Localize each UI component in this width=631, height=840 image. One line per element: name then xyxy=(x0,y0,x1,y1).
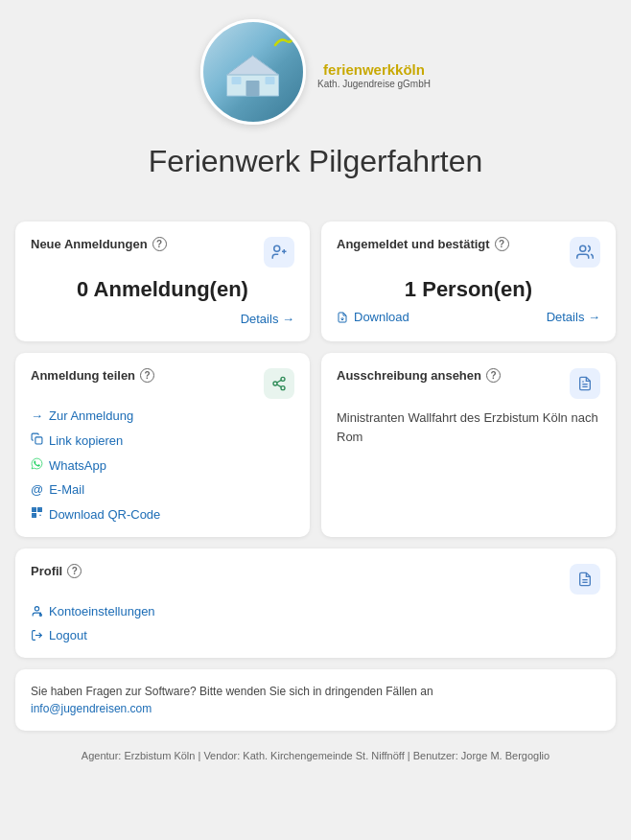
anmeldung-teilen-title: Anmeldung teilen ? xyxy=(31,368,154,383)
download-qr-link[interactable]: Download QR-Code xyxy=(31,506,294,522)
anmeldung-teilen-icon xyxy=(264,368,294,399)
ausschreibung-icon xyxy=(570,368,600,399)
ausschreibung-card: Ausschreibung ansehen ? Ministranten Wal… xyxy=(321,353,616,537)
footer-info-box: Sie haben Fragen zur Software? Bitte wen… xyxy=(15,669,616,731)
whatsapp-link[interactable]: WhatsApp xyxy=(31,457,294,473)
ausschreibung-title: Ausschreibung ansehen ? xyxy=(337,368,501,383)
svg-rect-3 xyxy=(232,77,242,84)
profil-help-icon[interactable]: ? xyxy=(67,564,82,578)
angemeldet-title: Angemeldet und bestätigt ? xyxy=(337,237,509,251)
svg-rect-19 xyxy=(34,509,35,511)
neue-anmeldungen-icon xyxy=(264,237,294,268)
profil-title: Profil ? xyxy=(31,564,82,578)
neue-anmeldungen-stat: 0 Anmeldung(en) xyxy=(31,277,294,302)
page-title: Ferienwerk Pilgerfahrten xyxy=(149,144,483,179)
ausschreibung-header: Ausschreibung ansehen ? xyxy=(337,368,600,399)
bottom-cards-grid: Anmeldung teilen ? → Zur Anmeldung xyxy=(15,353,616,537)
bottom-bar: Agentur: Erzbistum Köln | Vendor: Kath. … xyxy=(15,742,616,771)
angemeldet-stat: 1 Person(en) xyxy=(337,277,600,302)
bottom-bar-text: Agentur: Erzbistum Köln | Vendor: Kath. … xyxy=(82,750,549,761)
svg-point-11 xyxy=(273,382,277,385)
profil-icon xyxy=(570,564,600,595)
neue-anmeldungen-header: Neue Anmeldungen ? xyxy=(31,237,294,268)
neue-anmeldungen-card: Neue Anmeldungen ? 0 Anmeldung(en) Detai… xyxy=(15,222,310,341)
profil-card: Profil ? Kontoeinstellungen xyxy=(15,548,616,658)
anmeldung-teilen-help-icon[interactable]: ? xyxy=(140,368,154,383)
brand-text: ferienwerkköln Kath. Jugendreise gGmbH xyxy=(317,61,431,90)
anmeldung-teilen-card: Anmeldung teilen ? → Zur Anmeldung xyxy=(15,353,310,537)
footer-text: Sie haben Fragen zur Software? Bitte wen… xyxy=(31,683,600,717)
anmeldung-teilen-header: Anmeldung teilen ? xyxy=(31,368,294,399)
anmeldung-teilen-links: → Zur Anmeldung Link kopieren xyxy=(31,408,294,522)
logo xyxy=(200,19,306,125)
logout-link[interactable]: Logout xyxy=(31,628,600,642)
angemeldet-footer: Download Details → xyxy=(337,310,600,324)
neue-anmeldungen-footer: Details → xyxy=(31,312,294,326)
zur-anmeldung-link[interactable]: → Zur Anmeldung xyxy=(31,408,294,423)
footer-email-link[interactable]: info@jugendreisen.com xyxy=(31,702,152,715)
profil-links: Kontoeinstellungen Logout xyxy=(31,604,600,642)
angemeldet-card: Angemeldet und bestätigt ? 1 Person(en) … xyxy=(321,222,616,341)
brand-name: ferienwerkköln xyxy=(317,61,431,79)
top-cards-grid: Neue Anmeldungen ? 0 Anmeldung(en) Detai… xyxy=(15,222,616,341)
svg-marker-1 xyxy=(227,56,279,75)
angemeldet-icon xyxy=(570,237,600,268)
angemeldet-help-icon[interactable]: ? xyxy=(495,237,509,251)
logo-row: ferienwerkköln Kath. Jugendreise gGmbH xyxy=(200,19,431,132)
email-link[interactable]: @ E-Mail xyxy=(31,482,294,497)
ausschreibung-text: Ministranten Wallfahrt des Erzbistum Köl… xyxy=(337,408,600,446)
svg-rect-4 xyxy=(266,77,275,84)
link-kopieren-link[interactable]: Link kopieren xyxy=(31,432,294,448)
angemeldet-download-link[interactable]: Download xyxy=(337,310,409,324)
angemeldet-header: Angemeldet und bestätigt ? xyxy=(337,237,600,268)
svg-point-12 xyxy=(281,386,285,390)
profil-header: Profil ? xyxy=(31,564,600,595)
svg-rect-2 xyxy=(246,81,260,96)
neue-anmeldungen-title: Neue Anmeldungen ? xyxy=(31,237,167,251)
ausschreibung-help-icon[interactable]: ? xyxy=(486,368,501,383)
neue-anmeldungen-help-icon[interactable]: ? xyxy=(152,237,167,251)
neue-anmeldungen-details-link[interactable]: Details → xyxy=(241,312,294,326)
svg-point-8 xyxy=(580,245,586,251)
svg-rect-15 xyxy=(35,437,42,444)
angemeldet-details-link[interactable]: Details → xyxy=(547,310,600,324)
svg-rect-20 xyxy=(39,509,41,511)
svg-line-13 xyxy=(277,385,282,387)
kontoeinstellungen-link[interactable]: Kontoeinstellungen xyxy=(31,604,600,618)
svg-point-32 xyxy=(35,607,38,611)
svg-line-14 xyxy=(277,380,282,383)
svg-point-10 xyxy=(281,377,285,381)
brand-subtitle: Kath. Jugendreise gGmbH xyxy=(317,79,431,90)
header: ferienwerkköln Kath. Jugendreise gGmbH F… xyxy=(15,19,616,198)
svg-rect-21 xyxy=(34,515,35,517)
svg-point-5 xyxy=(274,245,280,251)
